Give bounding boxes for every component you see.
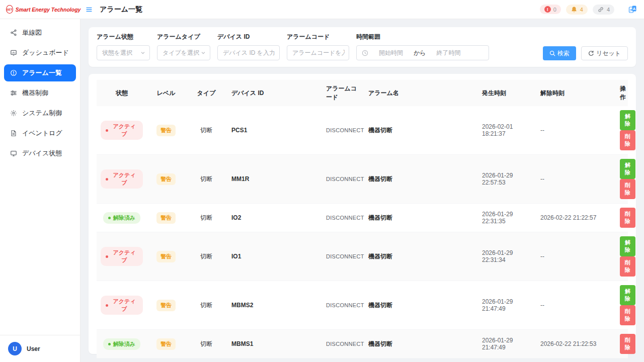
alarm-code-cell: DISCONNECT bbox=[322, 232, 364, 281]
sidebar-item-label: ダッシュボード bbox=[22, 48, 69, 57]
connection-count-badge[interactable]: 4 bbox=[593, 5, 614, 15]
alarm-type-cell: 切断 bbox=[185, 232, 227, 281]
topbar-right: ! 0 4 4 A bbox=[540, 5, 637, 15]
cleared-time-cell: -- bbox=[536, 106, 616, 155]
reset-button[interactable]: リセット bbox=[581, 46, 628, 60]
sidebar-item-dashboard[interactable]: ダッシュボード bbox=[4, 44, 76, 61]
actions-cell: 解除削除 bbox=[616, 281, 628, 330]
status-badge: アクティブ bbox=[101, 169, 143, 189]
occurred-time-cell: 2026-01-29 21:47:49 bbox=[478, 330, 536, 358]
brand-name: Smart Energy Technology bbox=[16, 7, 81, 13]
alarm-status-select[interactable]: 状態を選択 bbox=[97, 45, 150, 60]
col-occurred: 発生時刻 bbox=[478, 80, 536, 106]
sidebar-item-device-control[interactable]: 機器制御 bbox=[4, 84, 76, 102]
occurred-time-cell: 2026-01-29 22:57:53 bbox=[478, 155, 536, 204]
sidebar-item-device-status[interactable]: デバイス状態 bbox=[4, 145, 76, 162]
alarm-code-cell: DISCONNECT bbox=[322, 204, 364, 232]
sidebar-item-label: 機器制御 bbox=[22, 88, 48, 98]
filter-label: 時間範囲 bbox=[356, 33, 489, 41]
clear-button[interactable]: 解除 bbox=[620, 159, 635, 179]
status-badge: アクティブ bbox=[101, 296, 143, 315]
clear-button[interactable]: 解除 bbox=[620, 110, 635, 130]
delete-button[interactable]: 削除 bbox=[620, 208, 635, 228]
end-time-input[interactable] bbox=[429, 49, 468, 56]
delete-button[interactable]: 削除 bbox=[620, 256, 635, 277]
sidebar-item-single-line-diagram[interactable]: 単線図 bbox=[4, 24, 76, 41]
alarm-code-cell: DISCONNECT bbox=[322, 358, 364, 362]
table-header-row: 状態 レベル タイプ デバイス ID アラームコード アラーム名 発生時刻 解除… bbox=[97, 80, 628, 106]
actions-cell: 解除削除 bbox=[616, 106, 628, 155]
status-dot-icon bbox=[106, 129, 108, 132]
col-alarm-name: アラーム名 bbox=[364, 80, 478, 106]
level-badge: 警告 bbox=[156, 125, 176, 136]
time-range-picker[interactable]: から bbox=[356, 45, 489, 60]
filter-time-range: 時間範囲 から bbox=[356, 33, 489, 60]
table-row: 解除済み警告切断PCS2DISCONNECT機器切断2026-01-29 21:… bbox=[97, 358, 628, 362]
delete-button[interactable]: 削除 bbox=[620, 130, 635, 150]
col-type: タイプ bbox=[185, 80, 227, 106]
table-row: アクティブ警告切断MM1RDISCONNECT機器切断2026-01-29 22… bbox=[97, 155, 628, 204]
alarm-name-cell: 機器切断 bbox=[364, 155, 478, 204]
sidebar-item-label: アラーム一覧 bbox=[22, 68, 62, 77]
status-dot-icon bbox=[106, 178, 108, 180]
delete-button[interactable]: 削除 bbox=[620, 179, 635, 199]
table-row: アクティブ警告切断PCS1DISCONNECT機器切断2026-02-01 18… bbox=[97, 106, 628, 155]
filter-alarm-type: アラームタイプ タイプを選択 bbox=[157, 33, 210, 60]
sidebar-item-alarm-list[interactable]: アラーム一覧 bbox=[4, 64, 76, 81]
app-window: SET Smart Energy Technology アラーム一覧 ! 0 4… bbox=[0, 0, 644, 362]
search-button[interactable]: 検索 bbox=[543, 46, 576, 60]
alarm-code-cell: DISCONNECT bbox=[322, 155, 364, 204]
sidebar-item-event-log[interactable]: イベントログ bbox=[4, 125, 76, 142]
refresh-icon bbox=[588, 50, 594, 56]
sidebar-item-label: デバイス状態 bbox=[22, 149, 62, 158]
clear-button[interactable]: 解除 bbox=[620, 285, 635, 305]
occurred-time-cell: 2026-01-29 22:31:34 bbox=[478, 232, 536, 281]
alarm-name-cell: 機器切断 bbox=[364, 358, 478, 362]
hamburger-menu-icon[interactable] bbox=[86, 6, 93, 13]
actions-cell: 削除 bbox=[616, 358, 628, 362]
actions-cell: 削除 bbox=[616, 330, 628, 358]
occurred-time-cell: 2026-01-29 21:47:49 bbox=[478, 281, 536, 330]
alarm-name-cell: 機器切断 bbox=[364, 232, 478, 281]
svg-text:A: A bbox=[633, 7, 636, 11]
col-status: 状態 bbox=[97, 80, 147, 106]
level-badge: 警告 bbox=[156, 173, 176, 185]
alarm-type-cell: 切断 bbox=[185, 204, 227, 232]
cleared-time-cell: -- bbox=[536, 155, 616, 204]
sidebar: 単線図 ダッシュボード アラーム一覧 機器制御 システム制御 bbox=[0, 19, 80, 362]
alarm-type-cell: 切断 bbox=[185, 330, 227, 358]
status-dot-icon bbox=[106, 304, 108, 307]
device-id-cell: PCS2 bbox=[227, 358, 322, 362]
reset-button-label: リセット bbox=[596, 49, 621, 58]
user-profile[interactable]: U User bbox=[0, 335, 80, 362]
device-id-input[interactable] bbox=[223, 49, 275, 56]
cleared-time-cell: -- bbox=[536, 281, 616, 330]
start-time-input[interactable] bbox=[371, 49, 411, 56]
error-count-badge[interactable]: ! 0 bbox=[540, 5, 561, 14]
gear-icon bbox=[10, 110, 17, 117]
translate-icon[interactable]: A bbox=[628, 5, 637, 14]
alarm-type-select[interactable]: タイプを選択 bbox=[157, 45, 210, 60]
clear-button[interactable]: 解除 bbox=[620, 236, 635, 256]
actions-cell: 解除削除 bbox=[616, 232, 628, 281]
main-content: アラーム状態 状態を選択 アラームタイプ タイプを選択 デバイス ID bbox=[80, 19, 644, 362]
delete-button[interactable]: 削除 bbox=[620, 334, 635, 354]
alarm-code-input[interactable] bbox=[292, 49, 345, 56]
cleared-time-cell: 2026-02-22 21:22:51 bbox=[536, 358, 616, 362]
occurred-time-cell: 2026-01-29 22:31:35 bbox=[478, 204, 536, 232]
sidebar-item-system-control[interactable]: システム制御 bbox=[4, 105, 76, 122]
sliders-icon bbox=[10, 89, 17, 97]
alarm-code-cell: DISCONNECT bbox=[322, 106, 364, 155]
page-title: アラーム一覧 bbox=[100, 5, 142, 14]
alarm-count-badge[interactable]: 4 bbox=[566, 5, 588, 15]
alarm-name-cell: 機器切断 bbox=[364, 106, 478, 155]
occurred-time-cell: 2026-01-29 21:47:48 bbox=[478, 358, 536, 362]
table-row: アクティブ警告切断IO1DISCONNECT機器切断2026-01-29 22:… bbox=[97, 232, 628, 281]
log-icon bbox=[10, 130, 17, 137]
sidebar-menu: 単線図 ダッシュボード アラーム一覧 機器制御 システム制御 bbox=[0, 19, 80, 170]
filter-label: アラーム状態 bbox=[97, 33, 150, 41]
alarm-name-cell: 機器切断 bbox=[364, 204, 478, 232]
filter-actions: 検索 リセット bbox=[543, 46, 628, 60]
delete-button[interactable]: 削除 bbox=[620, 305, 635, 325]
col-alarm-code: アラームコード bbox=[322, 80, 364, 106]
